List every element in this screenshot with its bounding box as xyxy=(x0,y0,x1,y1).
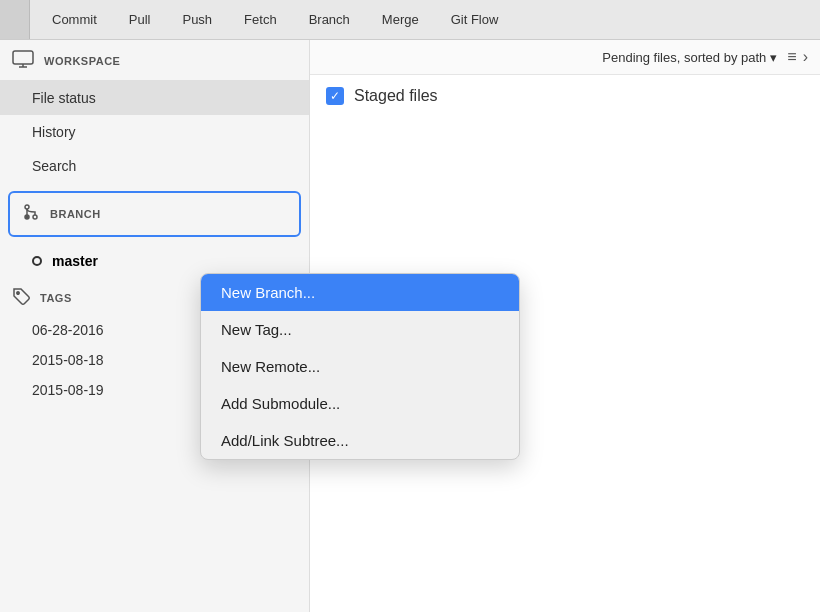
sidebar-nav-search[interactable]: Search xyxy=(0,149,309,183)
svg-point-4 xyxy=(33,215,37,219)
monitor-icon xyxy=(12,50,34,72)
toolbar-pull[interactable]: Pull xyxy=(125,12,155,27)
toolbar-merge[interactable]: Merge xyxy=(378,12,423,27)
pending-files-label: Pending files, sorted by path xyxy=(602,50,766,65)
workspace-label: WORKSPACE xyxy=(44,55,120,67)
branch-icon xyxy=(22,203,40,225)
toolbar-separator xyxy=(0,0,30,39)
main-toolbar: Commit Pull Push Fetch Branch Merge Git … xyxy=(0,0,820,40)
view-chevron-icon[interactable]: › xyxy=(803,48,808,66)
toolbar-items: Commit Pull Push Fetch Branch Merge Git … xyxy=(48,12,502,27)
toolbar-push[interactable]: Push xyxy=(178,12,216,27)
svg-point-5 xyxy=(25,215,29,219)
current-branch-dot xyxy=(32,256,42,266)
branch-name-master: master xyxy=(52,253,98,269)
staged-checkbox[interactable]: ✓ xyxy=(326,87,344,105)
toolbar-gitflow[interactable]: Git Flow xyxy=(447,12,503,27)
toolbar-commit[interactable]: Commit xyxy=(48,12,101,27)
hamburger-icon[interactable]: ≡ xyxy=(787,48,796,66)
dropdown-item-add-link-subtree[interactable]: Add/Link Subtree... xyxy=(201,422,519,459)
dropdown-item-new-remote[interactable]: New Remote... xyxy=(201,348,519,385)
toolbar-fetch[interactable]: Fetch xyxy=(240,12,281,27)
sidebar-nav-history[interactable]: History xyxy=(0,115,309,149)
toolbar-branch[interactable]: Branch xyxy=(305,12,354,27)
pending-chevron-icon: ▾ xyxy=(770,50,777,65)
branch-section-label: BRANCH xyxy=(50,208,101,220)
tags-label: TAGS xyxy=(40,292,72,304)
dropdown-item-new-tag[interactable]: New Tag... xyxy=(201,311,519,348)
check-icon: ✓ xyxy=(330,89,340,103)
workspace-section: WORKSPACE xyxy=(0,40,309,81)
staged-section: ✓ Staged files xyxy=(310,75,820,117)
sidebar-nav-file-status[interactable]: File status xyxy=(0,81,309,115)
pending-files-select[interactable]: Pending files, sorted by path ▾ xyxy=(602,50,777,65)
content-toolbar-icons: ≡ › xyxy=(787,48,808,66)
dropdown-item-add-submodule[interactable]: Add Submodule... xyxy=(201,385,519,422)
svg-rect-0 xyxy=(13,51,33,64)
svg-point-3 xyxy=(25,205,29,209)
staged-label: Staged files xyxy=(354,87,438,105)
branch-section-header[interactable]: BRANCH xyxy=(8,191,301,237)
dropdown-item-new-branch[interactable]: New Branch... xyxy=(201,274,519,311)
branch-dropdown-menu: New Branch... New Tag... New Remote... A… xyxy=(200,273,520,460)
content-toolbar: Pending files, sorted by path ▾ ≡ › xyxy=(310,40,820,75)
tag-icon xyxy=(12,287,30,309)
svg-point-7 xyxy=(17,292,19,294)
